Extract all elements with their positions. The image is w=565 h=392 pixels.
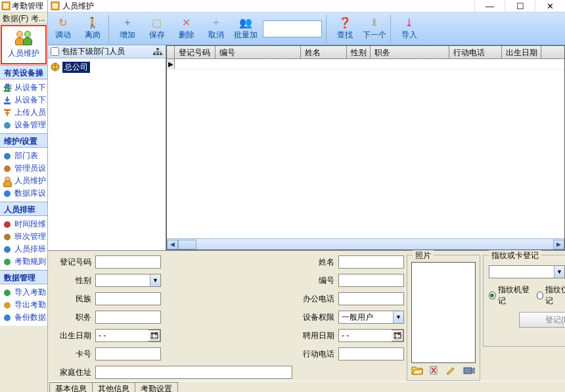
edit-photo-icon[interactable] xyxy=(445,365,457,376)
org-icon[interactable] xyxy=(152,47,163,56)
register-button[interactable]: 登记(E) xyxy=(519,312,565,328)
sidebar-item[interactable]: 管理员设... xyxy=(1,162,46,175)
grid-hscrollbar[interactable]: ◀ ▶ xyxy=(167,238,564,250)
sidebar-item[interactable]: 时间段维... xyxy=(1,218,46,230)
grid-column-header[interactable]: 出生日期 xyxy=(502,46,541,58)
toolbar-查找-button[interactable]: ❓查找 xyxy=(330,14,359,44)
toolbar-批量加-button[interactable]: 👥批量加 xyxy=(231,14,260,44)
tree-root-node[interactable]: 总公司 xyxy=(51,61,163,73)
scroll-left-button[interactable]: ◀ xyxy=(167,240,178,250)
fp-radio-0[interactable]: 指纹机登记 xyxy=(489,284,533,307)
calendar-icon[interactable]: 15 xyxy=(392,330,403,341)
grid-column-header[interactable]: 姓名 xyxy=(301,46,347,58)
form-tab-0[interactable]: 基本信息 xyxy=(49,382,93,392)
maximize-button[interactable]: ☐ xyxy=(505,0,535,12)
sidebar-item[interactable]: 从设备下... xyxy=(1,94,46,106)
form-input-办公电话[interactable] xyxy=(338,292,404,305)
toolbar-search-input[interactable] xyxy=(263,20,322,37)
toolbar-icon: ⤓ xyxy=(403,16,416,28)
toolbar-icon: ▢ xyxy=(150,16,164,28)
rule-icon xyxy=(3,257,12,267)
grid-column-header[interactable]: 职务 xyxy=(371,46,449,58)
toolbar-离岗-button[interactable]: 🚶离岗 xyxy=(78,14,107,44)
form-label: 性别 xyxy=(52,275,91,286)
row-indicator-icon: ▶ xyxy=(167,59,175,69)
form-input-职务[interactable] xyxy=(95,311,161,324)
form-input-民族[interactable] xyxy=(95,292,161,305)
grid-body[interactable]: ▶ xyxy=(167,59,564,238)
form-combo-设备权限[interactable]: 一般用户▼ xyxy=(338,311,404,324)
sidebar-section-header[interactable]: 人员排班 xyxy=(0,202,47,216)
sidebar-item-label: 导出考勤... xyxy=(14,299,46,311)
scroll-right-button[interactable]: ▶ xyxy=(553,240,564,250)
fp-device-combo[interactable]: ▼ xyxy=(489,265,565,278)
grid-column-header[interactable]: 编号 xyxy=(215,46,301,58)
minimize-button[interactable]: — xyxy=(474,0,505,12)
form-input-登记号码[interactable] xyxy=(95,255,161,269)
sidebar-item[interactable]: 人员排班 xyxy=(1,243,46,255)
people-maint-button-highlighted[interactable]: 人员维护 xyxy=(1,25,47,64)
fp-radio-1[interactable]: 指纹仪登记 xyxy=(537,284,565,307)
app-icon xyxy=(1,1,11,11)
toolbar-保存-button[interactable]: ▢保存 xyxy=(142,14,171,44)
form-input-行动电话[interactable] xyxy=(338,347,404,360)
sidebar-item-label: 导入考勤... xyxy=(14,287,46,298)
sidebar-section-header[interactable]: 有关设备操作 xyxy=(0,65,47,79)
sidebar-item[interactable]: 从设备下... xyxy=(1,81,46,94)
sidebar-item[interactable]: 考勤规则 xyxy=(1,255,46,268)
sidebar-item[interactable]: 导出考勤... xyxy=(1,299,46,311)
sidebar-item-label: 人员排班 xyxy=(14,244,46,255)
form-input-家庭住址[interactable] xyxy=(95,366,292,379)
camera-icon[interactable] xyxy=(463,365,476,376)
toolbar-label: 增加 xyxy=(120,30,135,41)
parent-title: 考勤管理 xyxy=(12,1,43,12)
sidebar-item[interactable]: 部门表 xyxy=(1,150,46,162)
delete-photo-icon[interactable] xyxy=(428,365,440,376)
calendar-icon[interactable]: 15 xyxy=(148,330,160,341)
form-input-姓名[interactable] xyxy=(338,255,404,269)
globe-icon xyxy=(51,62,60,72)
form-label: 设备权限 xyxy=(295,312,334,323)
grid-column-header[interactable]: 性别 xyxy=(347,46,371,58)
form-input-卡号[interactable] xyxy=(95,347,161,360)
form-tab-2[interactable]: 考勤设置 xyxy=(135,382,178,392)
sidebar-item-label: 设备管理 xyxy=(14,120,46,131)
sidebar-item[interactable]: 设备管理 xyxy=(1,119,46,131)
toolbar-取消-button[interactable]: ＋取消 xyxy=(201,14,231,44)
form-combo-性别[interactable]: ▼ xyxy=(95,274,161,287)
fingerprint-group: 指纹或卡登记 ▼ 连接登记设备 指纹机登记指纹仪登记图片登记(定制功能) 登记(… xyxy=(483,255,565,347)
include-sub-dept-checkbox[interactable] xyxy=(51,47,59,56)
toolbar-删除-button[interactable]: ✕删除 xyxy=(171,14,201,44)
toolbar-下一个-button[interactable]: ⬇下一个 xyxy=(359,14,389,44)
form-date-出生日期[interactable]: - -15 xyxy=(95,329,161,342)
chevron-down-icon: ▼ xyxy=(393,311,403,323)
toolbar-icon: ＋ xyxy=(121,16,134,28)
sidebar-item[interactable]: 上传人员... xyxy=(1,106,46,119)
sidebar-item[interactable]: 数据库设... xyxy=(1,187,46,200)
form-input-编号[interactable] xyxy=(338,274,404,287)
radio-icon xyxy=(489,292,496,299)
form-row: 家庭住址 xyxy=(52,365,292,380)
toolbar-导入-button[interactable]: ⤓导入 xyxy=(394,14,424,44)
form-tab-1[interactable]: 其他信息 xyxy=(92,382,135,392)
form-date-聘用日期[interactable]: - -15 xyxy=(338,329,404,342)
close-button[interactable]: ✕ xyxy=(535,0,565,12)
sidebar-section-body: 导入考勤...导出考勤...备份数据... xyxy=(0,284,47,326)
toolbar-增加-button[interactable]: ＋增加 xyxy=(112,14,142,44)
grid-column-header[interactable]: 行动电话 xyxy=(449,46,502,58)
sidebar-section-header[interactable]: 数据管理 xyxy=(0,270,47,284)
sidebar-section-header[interactable]: 维护/设置 xyxy=(0,133,47,148)
sidebar-item[interactable]: 备份数据... xyxy=(1,311,46,324)
scroll-thumb[interactable] xyxy=(178,240,196,250)
toolbar-调动-button[interactable]: ↻调动 xyxy=(48,14,78,44)
parent-menu[interactable]: 数据(F) 考... xyxy=(0,12,47,24)
sidebar-item[interactable]: 导入考勤... xyxy=(1,286,46,299)
form-row: 登记号码 xyxy=(52,255,292,269)
toolbar-separator xyxy=(108,14,111,43)
form-label: 民族 xyxy=(52,294,91,305)
sidebar-item[interactable]: 班次管理 xyxy=(1,230,46,243)
grid-column-header[interactable]: 登记号码 xyxy=(175,46,215,58)
sidebar-item[interactable]: 人员维护 xyxy=(1,175,46,187)
open-folder-icon[interactable] xyxy=(411,365,423,376)
grid-row-current[interactable]: ▶ xyxy=(167,59,564,70)
